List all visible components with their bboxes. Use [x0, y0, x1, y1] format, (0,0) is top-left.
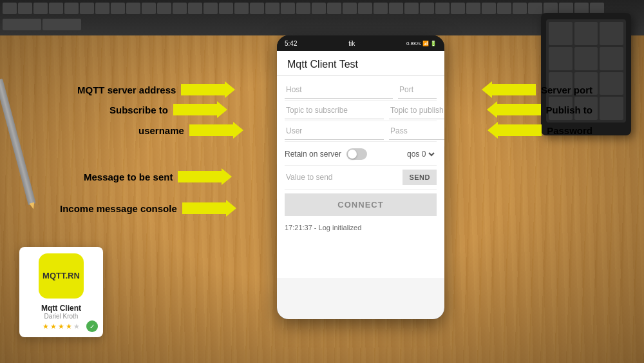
star-4: ★ [66, 322, 72, 331]
retain-row: Retain on server qos 0 qos 1 qos 2 [285, 143, 437, 166]
password-arrow [497, 124, 542, 136]
app-store-card: MQTT.RN Mqtt Client Dariel Kroth ★ ★ ★ ★… [19, 247, 103, 337]
annotation-message: Message to be sent [84, 171, 223, 182]
app-title: Mqtt Client Test [287, 59, 434, 70]
message-arrow [178, 171, 223, 182]
user-input[interactable] [285, 123, 384, 140]
app-icon: MQTT.RN [39, 253, 84, 299]
console-label: Income message console [60, 203, 177, 214]
server-port-arrow [491, 84, 536, 95]
verified-badge: ✓ [86, 320, 98, 332]
username-label: username [138, 125, 184, 136]
host-port-row [285, 81, 437, 99]
retain-toggle[interactable] [346, 148, 367, 160]
publish-label: Publish to [546, 104, 593, 115]
status-time: 5:42 [285, 40, 297, 47]
topic-subscribe-input[interactable] [285, 102, 384, 119]
log-area: 17:21:37 - Log initialized [285, 221, 437, 273]
app-content: Retain on server qos 0 qos 1 qos 2 SEND … [277, 76, 444, 278]
subscribe-arrow [173, 104, 218, 115]
annotation-publish: Publish to [496, 104, 593, 115]
mqtt-server-label: MQTT server address [77, 84, 176, 95]
connect-button[interactable]: CONNECT [285, 193, 437, 216]
tablet-decoration [541, 13, 631, 135]
app-icon-text: MQTT.RN [43, 271, 80, 281]
star-1: ★ [43, 322, 49, 331]
star-3: ★ [58, 322, 64, 331]
annotation-password: Password [497, 124, 592, 136]
status-icons: 0.8K/s 📶 🔋 [406, 41, 437, 46]
publish-arrow [496, 104, 541, 115]
console-arrow [182, 202, 227, 214]
star-5: ★ [73, 322, 80, 331]
app-bar: Mqtt Client Test [277, 51, 444, 76]
annotation-username: username [138, 124, 234, 136]
username-arrow [189, 124, 234, 136]
annotation-mqtt-server: MQTT server address [77, 84, 226, 95]
send-button[interactable]: SEND [402, 170, 437, 185]
value-input[interactable] [285, 170, 399, 184]
annotation-server-port: Server port [491, 84, 592, 95]
topic-publish-input[interactable] [389, 102, 444, 119]
port-input[interactable] [398, 81, 437, 99]
status-bar: 5:42 tik 0.8K/s 📶 🔋 [277, 35, 444, 51]
topic-row [285, 102, 437, 119]
star-2: ★ [50, 322, 57, 331]
message-label: Message to be sent [84, 172, 173, 182]
annotation-console: Income message console [60, 202, 227, 214]
phone-screen: Mqtt Client Test [277, 51, 444, 319]
retain-label: Retain on server [285, 150, 341, 159]
app-name: Mqtt Client [26, 304, 97, 313]
app-author: Dariel Kroth [26, 313, 97, 320]
subscribe-label: Subscribe to [109, 104, 168, 115]
server-port-label: Server port [541, 84, 592, 95]
log-entry: 17:21:37 - Log initialized [285, 224, 361, 231]
qos-row: qos 0 qos 1 qos 2 [404, 149, 437, 159]
user-pass-row [285, 123, 437, 140]
pass-input[interactable] [389, 123, 444, 140]
password-label: Password [547, 125, 592, 136]
qos-select[interactable]: qos 0 qos 1 qos 2 [404, 149, 437, 159]
annotation-subscribe: Subscribe to [109, 104, 218, 115]
value-row: SEND [285, 170, 437, 190]
phone-mockup: 5:42 tik 0.8K/s 📶 🔋 Mqtt Client Test [277, 35, 444, 319]
status-app: tik [348, 40, 355, 47]
host-input[interactable] [285, 81, 393, 99]
mqtt-server-arrow [181, 84, 226, 95]
